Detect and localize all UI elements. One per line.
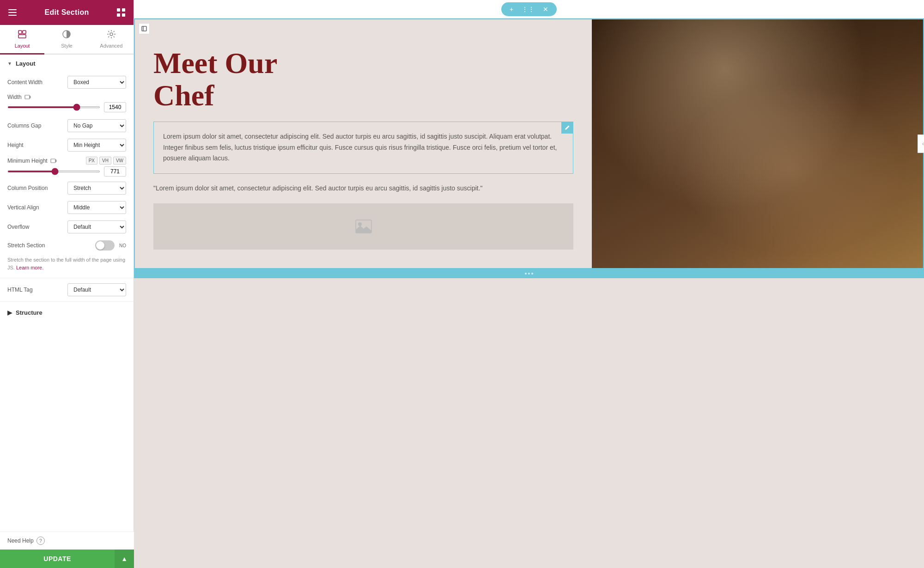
panel-title: Edit Section [44,8,89,17]
collapse-handle[interactable]: ‹ [918,134,924,153]
section-right-column [592,19,923,268]
html-tag-label: HTML Tag [7,287,63,293]
minimum-height-row: Minimum Height PX VH VW [0,155,134,178]
column-position-label: Column Position [7,185,63,191]
html-tag-select[interactable]: Default header main footer section artic… [67,283,126,296]
tab-advanced[interactable]: Advanced [89,25,134,55]
apps-icon[interactable] [116,7,126,18]
height-select[interactable]: Default Min Height Full Height [67,139,126,152]
layout-arrow-icon: ▼ [7,61,12,66]
section-toolbar: + ⋮⋮ ✕ [501,2,557,16]
sidebar-header: Edit Section [0,0,134,25]
tab-layout-label: Layout [15,43,30,49]
toggle-off-label: NO [119,243,126,248]
overflow-row: Overflow Default Hidden [0,217,134,237]
svg-rect-6 [122,13,125,17]
unit-vw-btn[interactable]: VW [113,157,126,165]
text-edit-btn[interactable] [561,122,573,134]
width-slider-container [7,102,126,112]
stretch-section-label: Stretch Section [7,242,91,249]
lorem-paragraph: Lorem ipsum dolor sit amet, consectetur … [163,133,557,162]
html-tag-row: HTML Tag Default header main footer sect… [0,280,134,299]
update-button[interactable]: UPDATE [0,550,115,568]
svg-rect-3 [117,8,120,12]
quote-text: "Lorem ipsum dolor sit amet, consectetur… [153,183,573,194]
height-control[interactable]: Default Min Height Full Height [67,139,126,152]
html-tag-control[interactable]: Default header main footer section artic… [67,283,126,296]
advanced-icon [107,30,116,41]
vertical-align-control[interactable]: Default Top Middle Bottom [67,201,126,214]
expand-icon[interactable] [139,23,150,34]
svg-rect-0 [8,9,17,10]
learn-more-link[interactable]: Learn more. [16,265,43,270]
columns-gap-row: Columns Gap No Gap Default Narrow Extend… [0,116,134,135]
sidebar-content: ▼ Layout Content Width Boxed Full Width … [0,55,134,568]
update-bar: UPDATE ▲ [0,550,134,568]
content-width-select[interactable]: Boxed Full Width [67,76,126,89]
tab-style[interactable]: Style [44,25,89,55]
add-section-btn[interactable]: + [506,4,517,14]
section-resize-bar[interactable] [134,269,924,278]
overflow-label: Overflow [7,224,63,230]
help-icon[interactable]: ? [36,537,45,545]
unit-buttons: PX VH VW [86,157,126,165]
structure-section-label: Structure [16,309,43,316]
svg-rect-13 [30,96,30,98]
toggle-knob [96,241,104,250]
menu-icon[interactable] [7,7,18,18]
svg-rect-9 [18,35,26,38]
divider-2 [0,301,134,302]
content-width-control[interactable]: Boxed Full Width [67,76,126,89]
tab-advanced-label: Advanced [100,43,122,49]
svg-point-19 [358,222,362,226]
svg-rect-1 [8,12,17,13]
canvas: Meet OurChef Lorem ipsum dolor sit amet,… [134,18,924,568]
drag-section-btn[interactable]: ⋮⋮ [518,4,538,14]
need-help-row: Need Help ? [0,532,134,550]
width-slider[interactable] [7,106,100,108]
unit-vh-btn[interactable]: VH [99,157,111,165]
overflow-select[interactable]: Default Hidden [67,220,126,233]
column-position-control[interactable]: Stretch Top Middle Bottom [67,182,126,195]
layout-section-header[interactable]: ▼ Layout [0,55,134,73]
sidebar: Edit Section Layout [0,0,134,568]
min-height-input[interactable] [104,166,126,177]
height-row: Height Default Min Height Full Height [0,135,134,155]
responsive-icon-2 [50,158,57,164]
minimum-height-label: Minimum Height [7,158,57,164]
sidebar-footer: Need Help ? UPDATE ▲ [0,531,134,568]
unit-px-btn[interactable]: PX [86,157,97,165]
width-label: Width [7,94,126,100]
columns-gap-select[interactable]: No Gap Default Narrow Extended Wide [67,119,126,132]
vertical-align-label: Vertical Align [7,204,63,211]
vertical-align-select[interactable]: Default Top Middle Bottom [67,201,126,214]
svg-point-22 [531,273,533,275]
image-placeholder [153,203,573,250]
column-position-select[interactable]: Stretch Top Middle Bottom [67,182,126,195]
columns-gap-control[interactable]: No Gap Default Narrow Extended Wide [67,119,126,132]
width-input[interactable] [104,102,126,112]
stretch-toggle[interactable] [95,240,115,250]
svg-point-20 [525,273,527,275]
stretch-section-row: Stretch Section NO [0,237,134,254]
svg-rect-16 [142,26,146,31]
tab-layout[interactable]: Layout [0,25,44,55]
svg-rect-2 [8,15,17,16]
min-height-slider[interactable] [7,171,100,172]
structure-section-header[interactable]: ▶ Structure [0,304,134,322]
style-icon [62,30,71,41]
content-width-row: Content Width Boxed Full Width [0,73,134,92]
vertical-align-row: Vertical Align Default Top Middle Bottom [0,198,134,217]
overflow-control[interactable]: Default Hidden [67,220,126,233]
width-row: Width [0,92,134,116]
main-content: + ⋮⋮ ✕ Meet OurChef [134,0,924,568]
svg-rect-14 [51,159,55,163]
close-section-btn[interactable]: ✕ [539,4,552,14]
svg-rect-4 [122,8,125,12]
responsive-icon [24,94,31,100]
update-dropdown-btn[interactable]: ▲ [115,550,134,568]
svg-rect-12 [25,95,30,99]
elementor-topbar: + ⋮⋮ ✕ [134,0,924,18]
columns-gap-label: Columns Gap [7,122,63,129]
svg-point-21 [528,273,530,275]
